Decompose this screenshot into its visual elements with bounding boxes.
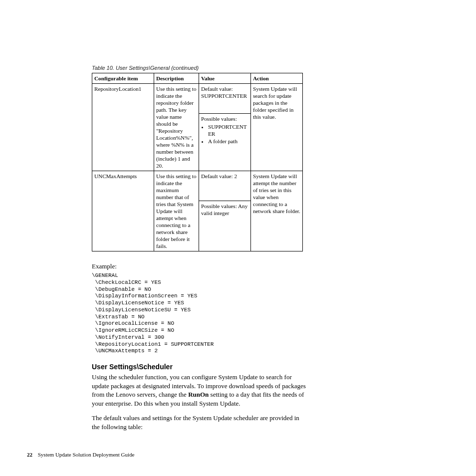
example-code: \GENERAL \CheckLocalCRC = YES \DebugEnab… [92,272,401,355]
section-heading: User Settings\Scheduler [92,363,401,371]
cell-value-default: Default value: SUPPORTCENTER [199,84,251,114]
settings-table: Configurable item Description Value Acti… [92,73,303,251]
possible-label: Possible values: [201,116,237,122]
list-item: SUPPORTCENTER [208,123,248,137]
possible-list: SUPPORTCENTER A folder path [201,123,248,145]
section-paragraph-2: The default values and settings for the … [92,414,307,431]
cell-value-default: Default value: 2 [199,171,251,201]
cell-item: RepositoryLocation1 [92,84,154,171]
header-value: Value [199,73,251,84]
cell-action: System Update will attempt the number of… [251,171,303,251]
table-row: UNCMaxAttempts Use this setting to indic… [92,171,303,201]
cell-desc: Use this setting to indicate the reposit… [154,84,199,171]
table-caption: Table 10. User Settings\General (continu… [92,65,401,71]
page-number: 22 [27,452,32,458]
cell-value-possible: Possible values: Any valid integer [199,201,251,251]
cell-action: System Update will search for update pac… [251,84,303,171]
header-desc: Description [154,73,199,84]
page-content: Table 10. User Settings\General (continu… [92,65,401,437]
page-footer: 22 System Update Solution Deployment Gui… [27,452,134,458]
header-action: Action [251,73,303,84]
list-item: A folder path [208,138,248,145]
table-header-row: Configurable item Description Value Acti… [92,73,303,84]
table-row: RepositoryLocation1 Use this setting to … [92,84,303,114]
cell-desc: Use this setting to indicate the maximum… [154,171,199,251]
footer-title: System Update Solution Deployment Guide [38,452,135,458]
example-label: Example: [92,262,401,270]
header-item: Configurable item [92,73,154,84]
cell-item: UNCMaxAttempts [92,171,154,251]
section-paragraph-1: Using the scheduler function, you can co… [92,373,307,408]
runon-bold: RunOn [188,391,209,398]
cell-value-possible: Possible values: SUPPORTCENTER A folder … [199,114,251,171]
